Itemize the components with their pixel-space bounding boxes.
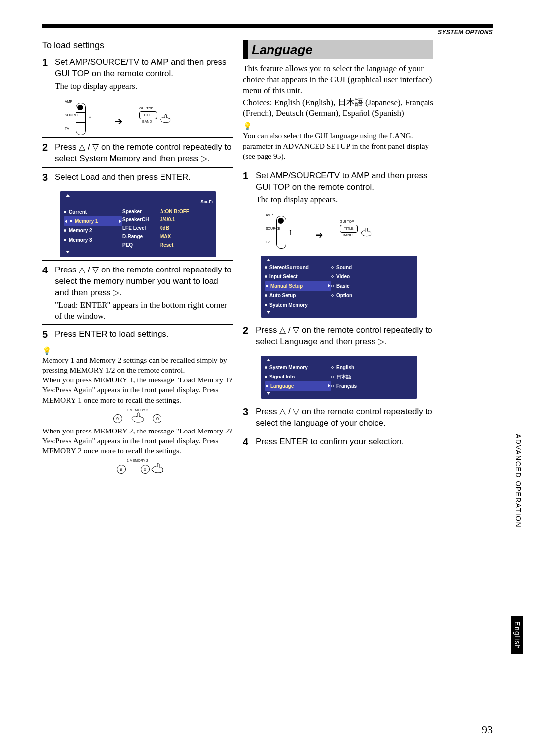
menu-item: System Memory bbox=[269, 301, 308, 309]
step-note: "Load: ENTER" appears in the bottom righ… bbox=[55, 300, 233, 322]
right-column: Language This feature allows you to sele… bbox=[243, 37, 433, 451]
choices-paragraph: Choices: English (English), 日本語 (Japanes… bbox=[243, 97, 433, 119]
tip-text: You can also select the GUI language usi… bbox=[243, 131, 433, 161]
menu-item: Memory 3 bbox=[69, 236, 92, 244]
param-value: 3/4/0.1 bbox=[160, 216, 175, 224]
step-number: 2 bbox=[42, 142, 55, 153]
triangle-right-icon bbox=[119, 219, 121, 223]
label-tv: TV bbox=[266, 240, 270, 244]
param-key: D-Range bbox=[122, 232, 157, 241]
label-guitop: GUI TOP bbox=[139, 107, 154, 110]
param-value: 0dB bbox=[160, 224, 169, 232]
page: SYSTEM OPTIONS To load settings 1 Set AM… bbox=[0, 0, 535, 756]
menu-item: System Memory bbox=[269, 363, 308, 372]
top-rule bbox=[42, 24, 493, 28]
menu-item: Video bbox=[336, 272, 350, 281]
memory-buttons-diagram: 1 MEMORY 2 9 0 bbox=[42, 459, 233, 474]
menu-item: Current bbox=[69, 208, 87, 216]
step-r4: 4 Press ENTER to confirm your selection. bbox=[243, 432, 433, 451]
subhead-to-load: To load settings bbox=[42, 40, 233, 51]
memory-label: 1 MEMORY 2 bbox=[42, 459, 233, 462]
menu-item: Français bbox=[336, 382, 357, 390]
press-finger-icon bbox=[159, 113, 172, 126]
left-column: To load settings 1 Set AMP/SOURCE/TV to … bbox=[42, 37, 233, 477]
menu-left-list: Current Memory 1 Memory 2 Memory 3 bbox=[64, 207, 122, 249]
arrow-down-icon bbox=[267, 311, 270, 314]
step-note: The top display appears. bbox=[256, 194, 433, 205]
label-guitop: GUI TOP bbox=[340, 220, 354, 223]
triangle-right-icon bbox=[328, 284, 330, 288]
step-number: 2 bbox=[243, 325, 256, 336]
tip-text: Memory 1 and Memory 2 settings can be re… bbox=[42, 355, 233, 375]
tip-icon: 💡 bbox=[243, 122, 252, 131]
menu-title: Sci-Fi bbox=[64, 198, 213, 206]
arrow-up-icon bbox=[267, 259, 270, 261]
param-key: Speaker bbox=[122, 207, 157, 216]
side-tab-advanced-operation: ADVANCED OPERATION bbox=[513, 431, 523, 531]
onscreen-menu-memory: Sci-Fi Current Memory 1 Memory 2 Memory … bbox=[60, 191, 216, 257]
step-number: 1 bbox=[243, 170, 256, 181]
param-key: SpeakerCH bbox=[122, 216, 157, 224]
param-key: LFE Level bbox=[122, 224, 157, 232]
onscreen-menu-top: Stereo/Surround Input Select Manual Setu… bbox=[261, 256, 417, 318]
switch-icon bbox=[276, 216, 286, 249]
step-number: 3 bbox=[243, 406, 256, 417]
step-text: Set AMP/SOURCE/TV to AMP and then press … bbox=[55, 57, 226, 78]
tip-text: When you press MEMORY 1, the message "Lo… bbox=[42, 375, 233, 405]
menu-right-list: Sound Video Basic Option bbox=[331, 263, 413, 310]
title-button-icon: TITLE bbox=[340, 225, 358, 233]
arrow-up-icon: ↑ bbox=[88, 113, 92, 124]
section-header-badge: SYSTEM OPTIONS bbox=[438, 29, 493, 36]
memory-buttons-diagram: 1 MEMORY 2 9 0 bbox=[42, 408, 233, 423]
menu-item: English bbox=[336, 363, 354, 372]
step-3: 3 Select Load and then press ENTER. bbox=[42, 168, 233, 186]
menu-item: Signal Info. bbox=[269, 373, 296, 381]
arrow-down-icon bbox=[267, 392, 270, 395]
menu-item: Basic bbox=[336, 282, 350, 290]
tip-icon: 💡 bbox=[42, 346, 52, 355]
step-2: 2 Press △ / ▽ on the remote control repe… bbox=[42, 138, 233, 167]
arrow-up-icon bbox=[66, 194, 70, 197]
step-body: Press △ / ▽ on the remote control repeat… bbox=[55, 265, 233, 322]
menu-right-list: English 日本語 Français bbox=[331, 363, 413, 391]
button-0-icon: 0 bbox=[141, 465, 150, 474]
step-4: 4 Press △ / ▽ on the remote control repe… bbox=[42, 261, 233, 324]
label-band: BAND bbox=[343, 233, 352, 237]
label-tv: TV bbox=[65, 127, 69, 130]
button-9-icon: 9 bbox=[117, 465, 126, 474]
arrow-up-icon: ↑ bbox=[288, 227, 293, 237]
menu-item: Manual Setup bbox=[270, 282, 303, 290]
step-number: 1 bbox=[42, 57, 55, 68]
param-value: A:ON B:OFF bbox=[160, 207, 189, 216]
menu-item: Memory 1 bbox=[75, 217, 98, 225]
step-body: Press △ / ▽ on the remote control repeat… bbox=[55, 142, 233, 164]
menu-left-list: System Memory Signal Info. Language bbox=[265, 363, 331, 391]
remote-diagram: AMP SOURCE TV ↑ ➔ GUI TOP TITLE BAND bbox=[65, 100, 174, 137]
button-9-icon: 9 bbox=[113, 414, 122, 423]
step-body: Set AMP/SOURCE/TV to AMP and then press … bbox=[256, 170, 433, 205]
step-body: Press △ / ▽ on the remote control repeat… bbox=[256, 406, 433, 429]
step-body: Set AMP/SOURCE/TV to AMP and then press … bbox=[55, 57, 233, 92]
menu-item: Auto Setup bbox=[269, 291, 296, 300]
step-r2: 2 Press △ / ▽ on the remote control repe… bbox=[243, 321, 433, 351]
press-finger-icon bbox=[150, 462, 165, 473]
step-r3: 3 Press △ / ▽ on the remote control repe… bbox=[243, 402, 433, 432]
step-1: 1 Set AMP/SOURCE/TV to AMP and then pres… bbox=[42, 53, 233, 95]
memory-label: 1 MEMORY 2 bbox=[42, 408, 233, 412]
tip-text: When you press MEMORY 2, the message "Lo… bbox=[42, 426, 233, 456]
label-band: BAND bbox=[142, 120, 152, 123]
step-text: Press △ / ▽ on the remote control repeat… bbox=[55, 265, 232, 297]
remote-diagram: AMP SOURCE TV ↑ ➔ GUI TOP TITLE BAND bbox=[266, 213, 374, 251]
step-number: 4 bbox=[243, 436, 256, 447]
step-body: Select Load and then press ENTER. bbox=[55, 172, 233, 183]
menu-item: Language bbox=[270, 382, 294, 390]
press-finger-icon bbox=[130, 412, 145, 423]
page-number: 93 bbox=[482, 723, 493, 736]
step-5: 5 Press ENTER to load settings. bbox=[42, 325, 233, 343]
step-note: The top display appears. bbox=[55, 81, 233, 92]
param-key: PEQ bbox=[122, 241, 157, 249]
step-number: 3 bbox=[42, 172, 55, 183]
section-heading-box: Language bbox=[243, 40, 433, 59]
switch-icon bbox=[76, 103, 86, 135]
arrow-right-icon: ➔ bbox=[315, 229, 323, 241]
